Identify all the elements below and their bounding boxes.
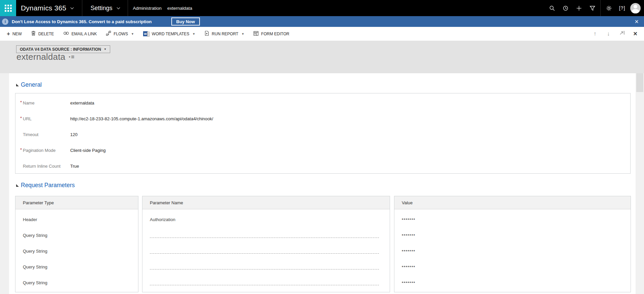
page-title: externaldata [16, 52, 66, 62]
parameter-type-cell[interactable]: Query String [15, 227, 138, 243]
breadcrumb-administration[interactable]: Administration [133, 6, 162, 11]
parameter-type-cell[interactable]: Header [15, 212, 138, 227]
form-editor-button[interactable]: FORM EDITOR [253, 31, 289, 37]
banner-message: Don't Lose Access to Dynamics 365. Conve… [12, 19, 152, 24]
command-bar: + NEW DELETE EMAIL A LINK FLOWS ▼ W WORD… [0, 27, 644, 41]
link-icon [63, 31, 69, 36]
column-header: Parameter Name [142, 196, 390, 209]
search-icon[interactable] [545, 0, 559, 16]
general-section-header[interactable]: General [16, 81, 42, 88]
field-value[interactable]: True [70, 164, 79, 169]
column-header: Parameter Type [15, 196, 138, 209]
top-navigation-bar: Dynamics 365 Settings Administration ext… [0, 0, 644, 16]
general-fieldset: Name externaldata URL http://ec2-18-233-… [15, 93, 631, 174]
breadcrumb-externaldata[interactable]: externaldata [167, 6, 192, 11]
word-templates-button[interactable]: W WORD TEMPLATES ▼ [143, 31, 196, 36]
new-button[interactable]: + NEW [7, 32, 22, 36]
parameter-name-cell-empty[interactable] [142, 259, 390, 275]
advanced-find-filter-icon[interactable] [586, 0, 599, 16]
chevron-down-icon: ▼ [131, 32, 134, 36]
field-row-return-inline-count[interactable]: Return Inline Count True [15, 158, 630, 174]
record-set-list-icon[interactable]: ▼≡ [69, 54, 75, 60]
empty-field-dashed-line [150, 285, 379, 285]
field-label: Name [15, 100, 70, 106]
masked-value-cell[interactable]: ******* [394, 227, 631, 243]
field-row-pagination-mode[interactable]: Pagination Mode Client-side Paging [15, 142, 630, 158]
masked-value-cell[interactable]: ******* [394, 212, 631, 227]
brand-menu[interactable]: Dynamics 365 [16, 0, 82, 16]
area-menu-settings[interactable]: Settings [82, 0, 128, 16]
scrollbar-thumb[interactable] [636, 73, 643, 92]
field-row-timeout[interactable]: Timeout 120 [15, 127, 630, 142]
request-parameters-section-header[interactable]: Request Parameters [16, 182, 75, 189]
run-report-button[interactable]: RUN REPORT ▼ [204, 31, 244, 37]
record-title-row: externaldata ▼≡ [16, 52, 74, 62]
breadcrumb: Administration externaldata [128, 6, 192, 11]
masked-value-cell[interactable]: ******* [394, 243, 631, 259]
chevron-down-icon [71, 6, 74, 9]
popout-icon[interactable] [618, 30, 626, 37]
next-record-down-arrow-icon[interactable]: ↓ [604, 31, 612, 37]
parameter-type-cell[interactable]: Query String [15, 243, 138, 259]
form-selector-label: ODATA V4 DATA SOURCE : INFORMATION [20, 47, 101, 52]
parameter-type-column: Parameter Type Header Query String Query… [15, 196, 138, 292]
general-section-title: General [21, 81, 42, 88]
new-label: NEW [12, 32, 22, 36]
field-label: Timeout [15, 132, 70, 137]
buy-now-button[interactable]: Buy Now [171, 17, 200, 26]
topbar-divider [600, 0, 601, 16]
request-parameters-section-title: Request Parameters [21, 182, 75, 189]
record-navigation-group: ↑ ↓ × [591, 30, 644, 38]
form-body: General Name externaldata URL http://ec2… [9, 73, 636, 294]
field-label: URL [15, 116, 70, 121]
settings-gear-icon[interactable] [602, 0, 615, 16]
field-label: Pagination Mode [15, 148, 70, 153]
email-a-link-button[interactable]: EMAIL A LINK [63, 31, 97, 36]
plus-icon: + [7, 32, 10, 36]
chevron-down-icon: ▼ [104, 48, 106, 51]
parameter-name-cell-empty[interactable] [142, 227, 390, 243]
user-avatar[interactable] [630, 3, 641, 13]
column-header: Value [394, 196, 631, 209]
flows-button[interactable]: FLOWS ▼ [106, 31, 134, 37]
page-header: ODATA V4 DATA SOURCE : INFORMATION ▼ ext… [0, 41, 644, 73]
delete-button[interactable]: DELETE [31, 31, 54, 37]
previous-record-up-arrow-icon[interactable]: ↑ [591, 31, 599, 37]
field-row-url[interactable]: URL http://ec2-18-233-82-105.compute-1.a… [15, 111, 630, 127]
field-label: Return Inline Count [15, 164, 70, 169]
masked-value-cell[interactable]: ******* [394, 275, 631, 291]
word-templates-label: WORD TEMPLATES [152, 32, 189, 36]
empty-field-dashed-line [150, 253, 379, 254]
form-editor-icon [253, 31, 259, 37]
quick-create-plus-icon[interactable] [572, 0, 586, 16]
app-launcher-waffle-icon[interactable] [0, 0, 16, 16]
banner-close-icon[interactable]: × [633, 18, 641, 25]
topbar-icon-group: [?] [545, 0, 644, 16]
flows-label: FLOWS [114, 32, 128, 36]
parameter-name-column: Parameter Name Authorization [142, 196, 390, 292]
help-icon[interactable]: [?] [615, 0, 629, 16]
chevron-down-icon [117, 6, 120, 9]
masked-value-cell[interactable]: ******* [394, 259, 631, 275]
delete-label: DELETE [38, 32, 54, 36]
parameter-name-cell-empty[interactable] [142, 243, 390, 259]
recent-history-icon[interactable] [559, 0, 572, 16]
area-label: Settings [90, 5, 112, 12]
field-value[interactable]: 120 [70, 132, 78, 137]
field-value[interactable]: Client-side Paging [70, 148, 106, 153]
trash-icon [31, 31, 36, 37]
value-column: Value ******* ******* ******* ******* **… [394, 196, 631, 292]
chevron-down-icon: ▼ [241, 32, 244, 36]
parameter-type-cell[interactable]: Query String [15, 275, 138, 291]
flow-icon [106, 31, 111, 37]
parameter-name-cell[interactable]: Authorization [142, 212, 390, 227]
chevron-down-icon: ▼ [192, 32, 195, 36]
parameter-type-cell[interactable]: Query String [15, 259, 138, 275]
field-value[interactable]: externaldata [70, 100, 94, 106]
vertical-scrollbar[interactable] [636, 73, 644, 294]
field-value[interactable]: http://ec2-18-233-82-105.compute-1.amazo… [70, 116, 213, 121]
subscription-banner: i Don't Lose Access to Dynamics 365. Con… [0, 16, 644, 27]
parameter-name-cell-empty[interactable] [142, 275, 390, 291]
field-row-name[interactable]: Name externaldata [15, 95, 630, 111]
close-icon[interactable]: × [631, 30, 639, 38]
